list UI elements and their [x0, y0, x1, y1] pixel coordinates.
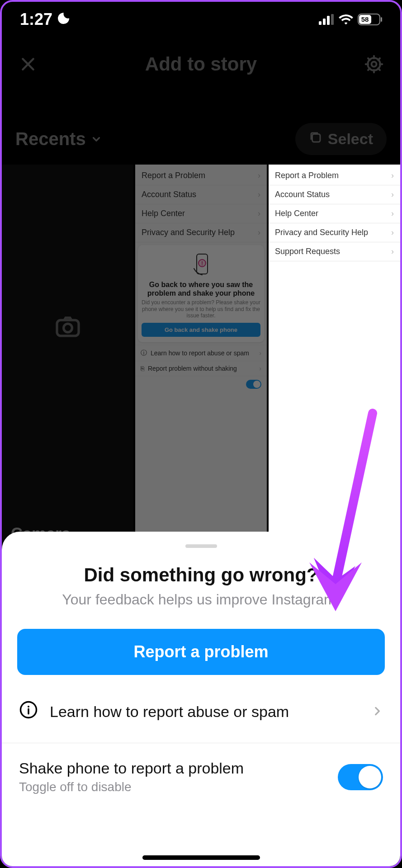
toggle-icon	[246, 380, 261, 389]
album-label: Recents	[15, 129, 86, 149]
svg-rect-3	[331, 14, 334, 25]
info-icon	[19, 700, 38, 723]
album-picker[interactable]: Recents	[15, 129, 102, 149]
svg-rect-10	[312, 134, 320, 142]
page-title: Add to story	[41, 53, 361, 75]
chevron-right-icon	[371, 703, 383, 721]
svg-point-12	[63, 324, 72, 332]
status-bar: 1:27 58	[2, 2, 400, 37]
svg-rect-11	[57, 320, 79, 336]
shake-toggle-switch[interactable]	[338, 764, 383, 790]
svg-rect-2	[327, 16, 330, 25]
select-label: Select	[328, 130, 373, 148]
add-to-story-header: Add to story	[2, 52, 400, 77]
status-time: 1:27	[20, 10, 52, 29]
gallery-subheader: Recents Select	[2, 123, 400, 155]
learn-report-abuse-row[interactable]: Learn how to report abuse or spam	[2, 700, 400, 723]
settings-gear-icon[interactable]	[361, 52, 387, 77]
gallery-thumbnail[interactable]: Report a Problem› Account Status› Help C…	[135, 165, 267, 552]
report-icon: ⎘	[141, 365, 144, 372]
svg-rect-6	[381, 17, 382, 22]
svg-rect-1	[323, 19, 326, 25]
report-problem-button[interactable]: Report a problem	[17, 629, 385, 675]
report-problem-sheet: Did something go wrong? Your feedback he…	[2, 532, 400, 866]
close-button[interactable]	[15, 52, 41, 77]
chevron-down-icon	[90, 129, 102, 149]
sheet-subtitle: Your feedback helps us improve Instagram…	[2, 591, 400, 608]
camera-tile[interactable]: Camera	[2, 165, 133, 552]
do-not-disturb-icon	[56, 10, 70, 29]
gallery-thumbnail[interactable]: Report a Problem› Account Status› Help C…	[269, 165, 400, 552]
svg-text:58: 58	[361, 15, 369, 23]
battery-indicator: 58	[358, 14, 382, 25]
learn-label: Learn how to report abuse or spam	[50, 703, 289, 721]
info-icon: ⓘ	[141, 349, 147, 357]
svg-rect-0	[319, 21, 322, 25]
shake-toggle-hint: Toggle off to disable	[19, 780, 244, 794]
select-multiple-button[interactable]: Select	[295, 123, 387, 155]
svg-point-9	[372, 62, 377, 67]
wifi-icon	[339, 14, 353, 25]
phone-shake-icon: !	[188, 250, 215, 278]
shake-toggle-label: Shake phone to report a problem	[19, 760, 244, 777]
home-indicator[interactable]	[142, 855, 260, 860]
cellular-signal-icon	[319, 14, 334, 25]
svg-point-17	[28, 706, 29, 708]
sheet-grabber[interactable]	[185, 544, 217, 548]
select-multiple-icon	[309, 130, 322, 148]
camera-icon	[53, 312, 82, 343]
svg-text:!: !	[201, 260, 203, 267]
shake-to-report-row: Shake phone to report a problem Toggle o…	[2, 743, 400, 794]
sheet-title: Did something go wrong?	[2, 564, 400, 586]
